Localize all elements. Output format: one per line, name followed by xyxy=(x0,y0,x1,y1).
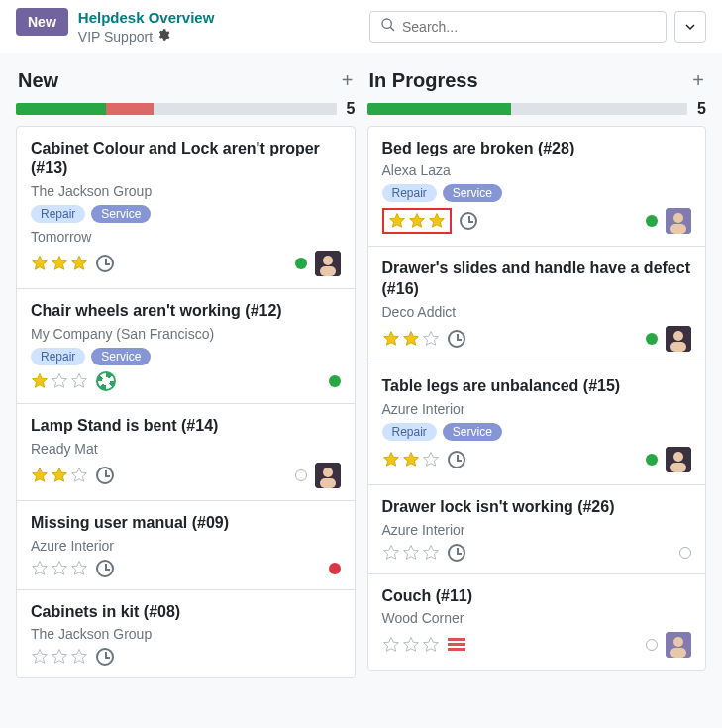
priority-star[interactable] xyxy=(51,467,68,484)
assignee-avatar[interactable] xyxy=(666,208,691,234)
activity-icon[interactable] xyxy=(96,467,114,484)
activity-icon[interactable] xyxy=(448,544,465,562)
priority-star[interactable] xyxy=(382,451,400,468)
tag[interactable]: Repair xyxy=(382,423,437,441)
kanban-card[interactable]: Missing user manual (#09) Azure Interior xyxy=(17,501,355,590)
search-box[interactable] xyxy=(369,11,667,43)
priority-star[interactable] xyxy=(70,255,88,272)
priority-star[interactable] xyxy=(422,451,440,468)
kanban-card[interactable]: Couch (#11) Wood Corner xyxy=(368,574,706,671)
breadcrumb-root[interactable]: Helpdesk Overview xyxy=(78,8,215,28)
stars-wrap xyxy=(382,208,477,234)
tag[interactable]: Service xyxy=(443,423,502,441)
status-dot[interactable] xyxy=(679,547,691,559)
status-dot[interactable] xyxy=(646,454,658,466)
card-right-icons xyxy=(646,447,691,472)
priority-stars xyxy=(388,212,446,230)
svg-point-3 xyxy=(323,256,333,265)
kanban-card[interactable]: Drawer's slides and handle have a defect… xyxy=(368,247,706,364)
status-dot[interactable] xyxy=(646,639,658,651)
priority-star[interactable] xyxy=(31,648,49,666)
activity-icon[interactable] xyxy=(448,330,465,348)
search-dropdown-toggle[interactable] xyxy=(674,11,706,43)
kanban-card[interactable]: Bed legs are broken (#28) Alexa Laza Rep… xyxy=(368,127,706,248)
priority-star[interactable] xyxy=(51,648,68,666)
search-input[interactable] xyxy=(402,19,656,35)
activity-list-icon[interactable] xyxy=(448,638,465,652)
priority-star[interactable] xyxy=(70,467,88,484)
card-subtitle: Ready Mat xyxy=(31,441,341,457)
status-dot[interactable] xyxy=(295,469,307,481)
progress-bar[interactable] xyxy=(16,103,337,115)
priority-star[interactable] xyxy=(382,636,400,654)
priority-star[interactable] xyxy=(51,255,68,272)
stars-wrap xyxy=(31,467,114,484)
card-title: Cabinets in kit (#08) xyxy=(31,602,341,623)
assignee-avatar[interactable] xyxy=(666,326,691,352)
status-dot[interactable] xyxy=(329,375,341,387)
activity-icon[interactable] xyxy=(96,255,114,272)
assignee-avatar[interactable] xyxy=(666,447,691,472)
activity-icon[interactable] xyxy=(96,560,114,577)
status-dot[interactable] xyxy=(646,215,658,227)
tags: RepairService xyxy=(382,423,692,441)
column-header: In Progress + xyxy=(367,65,707,100)
new-button[interactable]: New xyxy=(16,8,68,36)
priority-star[interactable] xyxy=(70,372,88,390)
kanban-card[interactable]: Cabinets in kit (#08) The Jackson Group xyxy=(17,590,355,678)
priority-star[interactable] xyxy=(51,372,68,390)
kanban-card[interactable]: Drawer lock isn't working (#26) Azure In… xyxy=(368,485,706,574)
card-footer xyxy=(382,544,692,562)
tag[interactable]: Service xyxy=(91,348,151,365)
status-dot[interactable] xyxy=(329,563,341,574)
priority-star[interactable] xyxy=(422,636,440,654)
priority-stars xyxy=(382,636,440,654)
priority-star[interactable] xyxy=(382,544,400,562)
tag[interactable]: Repair xyxy=(31,205,85,223)
activity-icon[interactable] xyxy=(96,648,114,666)
priority-star[interactable] xyxy=(422,544,440,562)
assignee-avatar[interactable] xyxy=(666,632,691,658)
kanban-card[interactable]: Cabinet Colour and Lock aren't proper (#… xyxy=(17,127,355,290)
status-dot[interactable] xyxy=(646,333,658,345)
priority-star[interactable] xyxy=(402,330,420,348)
tag[interactable]: Service xyxy=(91,205,151,223)
priority-stars xyxy=(31,255,88,272)
priority-star[interactable] xyxy=(51,560,68,577)
card-title: Drawer lock isn't working (#26) xyxy=(382,497,692,518)
priority-star[interactable] xyxy=(408,212,426,230)
priority-star[interactable] xyxy=(31,255,49,272)
assignee-avatar[interactable] xyxy=(315,251,341,276)
priority-star[interactable] xyxy=(422,330,440,348)
priority-star[interactable] xyxy=(382,330,400,348)
stars-highlight xyxy=(382,208,452,234)
top-bar: New Helpdesk Overview VIP Support xyxy=(0,0,722,53)
priority-star[interactable] xyxy=(388,212,406,230)
tag[interactable]: Repair xyxy=(31,348,85,365)
card-title: Cabinet Colour and Lock aren't proper (#… xyxy=(31,139,341,180)
add-card-button[interactable]: + xyxy=(692,69,704,92)
progress-bar[interactable] xyxy=(367,103,688,115)
priority-star[interactable] xyxy=(31,560,49,577)
status-dot[interactable] xyxy=(295,258,307,269)
priority-star[interactable] xyxy=(31,467,49,484)
priority-star[interactable] xyxy=(402,544,420,562)
kanban-card[interactable]: Lamp Stand is bent (#14) Ready Mat xyxy=(17,404,355,501)
priority-star[interactable] xyxy=(402,636,420,654)
priority-star[interactable] xyxy=(402,451,420,468)
card-title: Table legs are unbalanced (#15) xyxy=(382,376,692,397)
priority-star[interactable] xyxy=(70,648,88,666)
tag[interactable]: Repair xyxy=(382,184,437,202)
priority-star[interactable] xyxy=(70,560,88,577)
kanban-card[interactable]: Chair wheels aren't working (#12) My Com… xyxy=(17,289,355,404)
kanban-card[interactable]: Table legs are unbalanced (#15) Azure In… xyxy=(368,364,706,485)
activity-icon[interactable] xyxy=(448,451,465,468)
tag[interactable]: Service xyxy=(443,184,502,202)
priority-star[interactable] xyxy=(428,212,446,230)
gear-icon[interactable] xyxy=(156,28,170,46)
assignee-avatar[interactable] xyxy=(315,463,341,488)
add-card-button[interactable]: + xyxy=(342,69,354,92)
priority-star[interactable] xyxy=(31,372,49,390)
activity-icon[interactable] xyxy=(460,212,477,230)
sla-icon[interactable] xyxy=(96,371,116,391)
